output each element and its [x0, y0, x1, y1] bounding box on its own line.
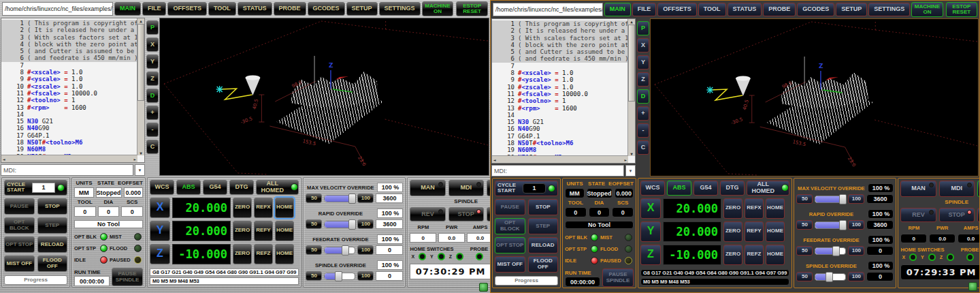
spindle-override-slider[interactable] [324, 273, 355, 280]
view-button-zoom-in[interactable]: + [146, 106, 159, 120]
zero-x-button[interactable]: ZERO [723, 198, 742, 219]
mdi-mode-button[interactable]: MDI [939, 181, 975, 197]
max-velocity-override-slider[interactable] [815, 196, 846, 203]
menu-button-settings[interactable]: SETTINGS [379, 2, 421, 16]
mdi-mode-button[interactable]: MDI [448, 180, 484, 196]
vertical-scrollbar[interactable]: ▲ ▼ [627, 19, 635, 156]
spindle-rev-button[interactable]: REV [410, 207, 445, 221]
ref-x-button[interactable]: REFX [745, 198, 764, 219]
feedrate-override-min-button[interactable]: 50 [796, 246, 813, 256]
axis-x-button[interactable]: X [150, 198, 170, 218]
menu-button-tool[interactable]: TOOL [208, 2, 236, 16]
view-button-x[interactable]: X [146, 37, 159, 52]
man-mode-button[interactable]: MAN [900, 181, 936, 197]
menu-button-setup[interactable]: SETUP [836, 3, 867, 16]
abs-button[interactable]: ABS [667, 181, 691, 196]
menu-button-settings[interactable]: SETTINGS [868, 3, 910, 16]
home-x-button[interactable]: HOME [766, 198, 785, 219]
menu-button-setup[interactable]: SETUP [346, 2, 378, 16]
max-velocity-override-slider-thumb[interactable] [839, 194, 847, 204]
home-z-button[interactable]: HOME [275, 244, 294, 264]
estop-reset-button[interactable]: ESTOP RESET [946, 2, 977, 17]
view-button-c[interactable]: C [146, 140, 159, 154]
pause-spindle-button[interactable]: PAUSE SPINDLE [112, 268, 143, 286]
scroll-right-icon[interactable]: ► [624, 157, 627, 162]
ref-x-button[interactable]: REFX [254, 198, 273, 218]
view-button-d[interactable]: D [637, 89, 649, 104]
zero-z-button[interactable]: ZERO [723, 245, 742, 265]
rapid-override-slider[interactable] [324, 221, 355, 228]
home-z-button[interactable]: HOME [766, 245, 785, 265]
axis-x-button[interactable]: X [640, 198, 661, 219]
scroll-up-icon[interactable]: ▲ [630, 19, 633, 24]
ref-z-button[interactable]: REFZ [254, 244, 273, 264]
view-button-zoom-out[interactable]: - [637, 123, 649, 138]
scroll-left-icon[interactable]: ◄ [493, 157, 496, 162]
home-x-button[interactable]: HOME [275, 198, 294, 218]
step-button[interactable]: STEP [37, 217, 68, 234]
home-y-button[interactable]: HOME [275, 221, 294, 241]
mdi-history-button[interactable]: ▼ [135, 164, 145, 176]
spindle-override-min-button[interactable]: 50 [306, 271, 322, 281]
rapid-override-slider-thumb[interactable] [839, 220, 847, 230]
spindle-override-min-button[interactable]: 50 [796, 272, 813, 281]
scroll-right-icon[interactable]: ► [133, 157, 136, 161]
horizontal-scrollbar[interactable]: ◄ ► [1, 155, 137, 162]
feedrate-override-slider[interactable] [324, 247, 355, 254]
stop-button[interactable]: STOP [37, 198, 68, 215]
feedrate-override-max-button[interactable]: 100 [848, 246, 864, 256]
menu-button-probe[interactable]: PROBE [763, 3, 796, 16]
file-path-combo[interactable]: /home/chris/linuxcnc/nc_files/examples/3… [2, 2, 113, 16]
rapid-override-min-button[interactable]: 50 [306, 219, 322, 229]
rapid-override-max-button[interactable]: 100 [357, 219, 374, 229]
view-button-d[interactable]: D [146, 89, 159, 103]
spindle-override-max-button[interactable]: 100 [848, 272, 864, 281]
gcode-editor[interactable]: 1( This program is copyright of Ra2( It … [491, 18, 636, 164]
cycle-start-button[interactable]: CYCLE START 1 [495, 181, 558, 196]
zero-x-button[interactable]: ZERO [233, 198, 252, 218]
feedrate-override-slider[interactable] [815, 247, 846, 255]
auto-mode-button[interactable]: AUTO [977, 181, 980, 197]
menu-button-tool[interactable]: TOOL [698, 3, 726, 16]
tray-icon[interactable] [968, 282, 977, 291]
ref-y-button[interactable]: REFY [745, 221, 764, 242]
menu-button-gcodes[interactable]: GCODES [797, 3, 834, 16]
view-button-z[interactable]: Z [637, 72, 649, 87]
menu-button-gcodes[interactable]: GCODES [308, 2, 345, 16]
opt-stop-button[interactable]: OPT STOP [4, 236, 35, 253]
view-button-c[interactable]: C [637, 140, 649, 155]
mdi-input[interactable]: MDI: [491, 165, 624, 176]
opt-stop-button[interactable]: OPT STOP [495, 237, 525, 253]
max-velocity-override-slider[interactable] [324, 195, 355, 202]
opt-block-button[interactable]: OPT BLOCK [4, 217, 35, 234]
menu-button-file[interactable]: FILE [632, 3, 657, 16]
menu-button-offsets[interactable]: OFFSETS [167, 2, 207, 16]
menu-button-file[interactable]: FILE [142, 2, 167, 16]
gremlin-3d-preview[interactable]: 98.5 40.5 -30.5 153.5 23.0 Z [650, 18, 979, 176]
view-button-zoom-out[interactable]: - [146, 123, 159, 137]
menu-button-status[interactable]: STATUS [238, 2, 272, 16]
gcode-editor[interactable]: 1( This program is copyright of Ra2( It … [1, 18, 145, 163]
scroll-down-icon[interactable]: ▼ [630, 151, 633, 156]
spindle-override-slider[interactable] [815, 273, 846, 281]
scrollbar-thumb[interactable] [628, 25, 635, 102]
spindle-rev-button[interactable]: REV [900, 208, 936, 222]
scroll-up-icon[interactable]: ▲ [140, 18, 142, 23]
scroll-left-icon[interactable]: ◄ [3, 157, 5, 161]
pause-button[interactable]: PAUSE [4, 198, 35, 215]
menu-button-probe[interactable]: PROBE [274, 2, 306, 16]
ref-z-button[interactable]: REFZ [745, 245, 764, 265]
cycle-counter[interactable]: 1 [32, 183, 55, 193]
man-mode-button[interactable]: MAN [410, 180, 445, 196]
mdi-input[interactable]: MDI: [1, 164, 133, 176]
zero-z-button[interactable]: ZERO [233, 244, 252, 264]
max-velocity-override-max-button[interactable]: 100 [848, 194, 864, 204]
menu-button-offsets[interactable]: OFFSETS [657, 3, 697, 16]
all-homed-button[interactable]: ALL HOMED [747, 181, 789, 196]
view-button-x[interactable]: X [637, 38, 649, 52]
rapid-override-max-button[interactable]: 100 [848, 220, 864, 230]
wcs-button[interactable]: WCS [150, 180, 174, 195]
pause-spindle-button[interactable]: PAUSE SPINDLE [602, 268, 634, 287]
ref-y-button[interactable]: REFY [254, 221, 273, 241]
axis-y-button[interactable]: Y [640, 221, 661, 242]
